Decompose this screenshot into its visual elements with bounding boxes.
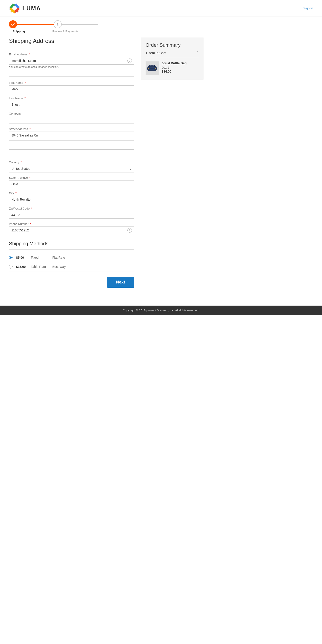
first-name-group: First Name * [9, 81, 134, 93]
email-input-wrapper: ? [9, 57, 134, 64]
phone-label: Phone Number * [9, 222, 134, 226]
zip-group: Zip/Postal Code * [9, 207, 134, 219]
method-name-2: Best Way [52, 265, 66, 268]
required-star: * [29, 176, 31, 179]
phone-input-wrapper: ? [9, 226, 134, 234]
method-carrier-2: Table Rate [31, 265, 49, 268]
svg-rect-6 [150, 65, 154, 66]
footer-text: Copyright © 2013-present Magento, Inc. A… [123, 309, 199, 312]
email-label: Email Address * [9, 53, 134, 56]
step-2-label: Review & Payments [52, 30, 78, 33]
email-field[interactable] [9, 57, 134, 64]
site-header: LUMA Sign In [0, 0, 322, 17]
cart-item-image [146, 62, 159, 75]
form-column: Shipping Address Email Address * ? You c… [9, 38, 134, 288]
last-name-group: Last Name * [9, 96, 134, 108]
required-star: * [30, 127, 31, 131]
step-line-1 [17, 24, 54, 25]
first-name-field[interactable] [9, 85, 134, 93]
company-field[interactable] [9, 116, 134, 124]
cart-toggle-icon[interactable]: ⌃ [196, 51, 199, 55]
step-1-circle [9, 20, 17, 28]
luma-logo-icon [9, 3, 20, 14]
required-star: * [29, 53, 30, 56]
step-2-circle: 2 [54, 20, 62, 28]
state-select[interactable]: Ohio California New York Texas [9, 180, 134, 188]
next-button[interactable]: Next [107, 277, 134, 288]
last-name-label: Last Name * [9, 96, 134, 100]
email-hint: You can create an account after checkout… [9, 66, 134, 68]
steps-labels: Shipping Review & Payments [9, 28, 98, 33]
page-title: Shipping Address [9, 38, 134, 44]
zip-field[interactable] [9, 211, 134, 219]
phone-group: Phone Number * ? [9, 222, 134, 234]
section-divider [9, 48, 134, 48]
required-star: * [31, 207, 32, 210]
step-line-2 [62, 24, 98, 25]
street-address-2-field[interactable] [9, 140, 134, 148]
email-separator [9, 72, 134, 76]
method-price-1: $5.00 [16, 256, 27, 259]
country-group: Country * United States Canada United Ki… [9, 160, 134, 172]
shipping-methods-title: Shipping Methods [9, 241, 134, 246]
cart-item-name: Joust Duffle Bag [162, 62, 199, 65]
city-group: City * [9, 192, 134, 203]
site-footer: Copyright © 2013-present Magento, Inc. A… [0, 306, 322, 315]
cart-count-text: 1 Item in Cart [146, 51, 166, 55]
cart-item-qty: Qty: 1 [162, 66, 199, 69]
logo-text: LUMA [22, 5, 41, 12]
checkout-progress: 2 Shipping Review & Payments [0, 17, 322, 33]
svg-rect-4 [149, 65, 150, 66]
cart-count-row: 1 Item in Cart ⌃ [146, 51, 199, 58]
shipping-method-radio-2[interactable] [9, 265, 13, 268]
cart-item: Joust Duffle Bag Qty: 1 $34.00 [146, 62, 199, 75]
state-group: State/Province * Ohio California New Yor… [9, 176, 134, 188]
state-select-wrapper: Ohio California New York Texas ⌄ [9, 180, 134, 188]
shipping-method-row: $15.00 Table Rate Best Way [9, 262, 134, 272]
method-name-1: Flat Rate [52, 256, 65, 259]
progress-track: 2 [9, 20, 98, 28]
last-name-field[interactable] [9, 101, 134, 108]
required-star: * [30, 222, 31, 226]
country-select[interactable]: United States Canada United Kingdom [9, 165, 134, 172]
shipping-methods-divider [9, 249, 134, 250]
sign-in-link[interactable]: Sign In [303, 6, 313, 10]
order-summary-box: Order Summary 1 Item in Cart ⌃ [141, 38, 203, 80]
email-help-icon[interactable]: ? [127, 58, 132, 63]
cart-item-price: $34.00 [162, 70, 199, 73]
first-name-label: First Name * [9, 81, 134, 84]
street-address-1-field[interactable] [9, 132, 134, 139]
cart-item-details: Joust Duffle Bag Qty: 1 $34.00 [162, 62, 199, 73]
phone-help-icon[interactable]: ? [127, 228, 132, 232]
country-select-wrapper: United States Canada United Kingdom ⌄ [9, 165, 134, 172]
method-carrier-1: Fixed [31, 256, 49, 259]
svg-rect-8 [148, 68, 157, 69]
company-label: Company [9, 112, 134, 115]
order-summary-column: Order Summary 1 Item in Cart ⌃ [141, 38, 203, 288]
company-group: Company [9, 112, 134, 124]
svg-rect-5 [154, 65, 155, 66]
required-star: * [16, 192, 17, 195]
city-field[interactable] [9, 196, 134, 203]
phone-field[interactable] [9, 226, 134, 234]
street-address-group: Street Address * [9, 127, 134, 157]
duffle-bag-image [146, 62, 159, 74]
order-summary-title: Order Summary [146, 42, 199, 48]
email-group: Email Address * ? You can create an acco… [9, 53, 134, 68]
street-address-label: Street Address * [9, 127, 134, 131]
main-content: Shipping Address Email Address * ? You c… [0, 33, 322, 297]
zip-label: Zip/Postal Code * [9, 207, 134, 210]
step-1-label: Shipping [10, 30, 28, 33]
shipping-method-row: $5.00 Fixed Flat Rate [9, 253, 134, 262]
required-star: * [21, 160, 22, 164]
next-btn-area: Next [9, 277, 134, 288]
required-star: * [25, 81, 26, 84]
method-price-2: $15.00 [16, 265, 27, 268]
shipping-method-radio-1[interactable] [9, 256, 13, 259]
logo-area: LUMA [9, 3, 41, 14]
country-label: Country * [9, 160, 134, 164]
city-label: City * [9, 192, 134, 195]
required-star: * [25, 96, 26, 100]
street-address-3-field[interactable] [9, 150, 134, 157]
state-label: State/Province * [9, 176, 134, 179]
